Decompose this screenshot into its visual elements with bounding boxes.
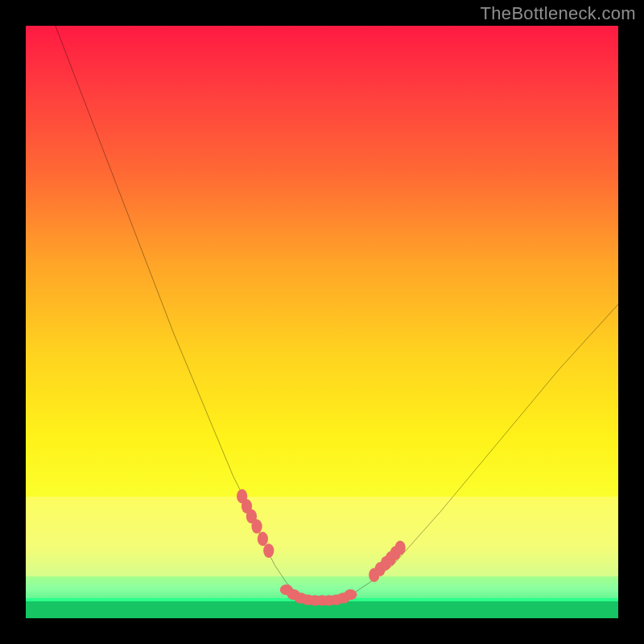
bottleneck-curve — [56, 26, 618, 601]
svg-point-21 — [395, 541, 406, 555]
svg-point-5 — [263, 543, 274, 558]
svg-point-4 — [258, 532, 268, 547]
plot-area — [26, 26, 618, 618]
watermark-text: TheBottleneck.com — [481, 3, 636, 24]
curve-svg — [26, 26, 618, 618]
marker-group — [237, 489, 406, 606]
chart-frame: TheBottleneck.com — [0, 0, 644, 644]
svg-point-15 — [344, 589, 357, 600]
svg-point-3 — [251, 519, 262, 534]
